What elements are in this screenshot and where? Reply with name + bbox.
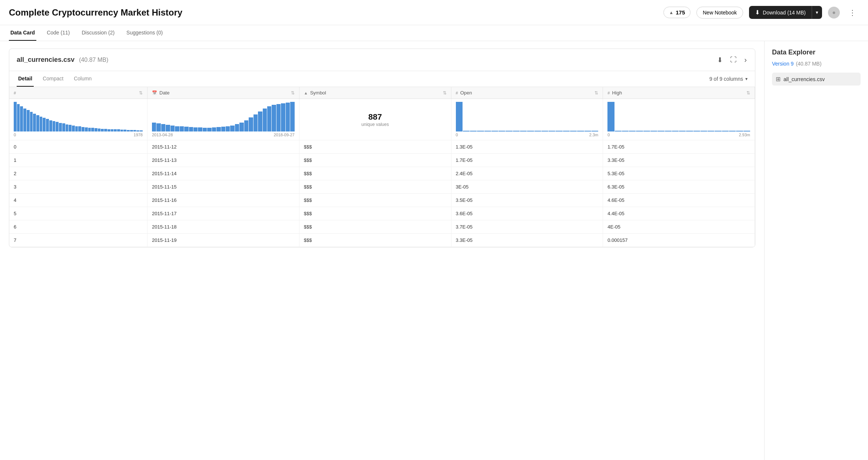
vote-arrow-icon: ▲ bbox=[669, 10, 673, 15]
unique-count: 887 bbox=[299, 112, 451, 122]
cell-symbol: $$$ bbox=[299, 167, 451, 180]
col-date-label: Date bbox=[159, 90, 169, 96]
expand-button[interactable]: › bbox=[743, 55, 748, 65]
tab-detail[interactable]: Detail bbox=[17, 71, 34, 87]
tab-data-card[interactable]: Data Card bbox=[9, 25, 36, 41]
cell-high: 5.3E-05 bbox=[603, 167, 755, 180]
vote-count: 175 bbox=[676, 9, 685, 16]
cell-date: 2015-11-18 bbox=[148, 220, 299, 234]
cell-open: 2.4E-05 bbox=[451, 167, 603, 180]
unique-label: unique values bbox=[299, 122, 451, 127]
tab-discussion[interactable]: Discussion (2) bbox=[80, 25, 116, 41]
cell-high: 1.7E-05 bbox=[603, 140, 755, 154]
cell-open: 3E-05 bbox=[451, 180, 603, 194]
spindle-open-max: 2.3m bbox=[589, 133, 598, 137]
table-row: 52015-11-17$$$3.6E-054.4E-05 bbox=[9, 207, 755, 220]
sidebar-title: Data Explorer bbox=[772, 49, 861, 56]
cell-open: 3.5E-05 bbox=[451, 194, 603, 207]
download-file-icon: ⬇ bbox=[717, 56, 723, 64]
cell-index: 3 bbox=[9, 180, 148, 194]
cell-open: 3.6E-05 bbox=[451, 207, 603, 220]
sort-date-button[interactable]: ⇅ bbox=[291, 90, 295, 96]
cell-open: 3.7E-05 bbox=[451, 220, 603, 234]
cell-symbol: $$$ bbox=[299, 234, 451, 247]
col-high-label: High bbox=[612, 90, 622, 96]
sidebar: Data Explorer Version 9 (40.87 MB) ⊞ all… bbox=[764, 41, 868, 460]
cell-symbol: $$$ bbox=[299, 194, 451, 207]
col-open-label: Open bbox=[460, 90, 472, 96]
columns-selector[interactable]: 9 of 9 columns ▾ bbox=[709, 76, 748, 82]
sort-symbol-button[interactable]: ⇅ bbox=[443, 90, 447, 96]
sidebar-version: Version 9 (40.87 MB) bbox=[772, 61, 861, 67]
cell-symbol: $$$ bbox=[299, 180, 451, 194]
table-row: 62015-11-18$$$3.7E-054E-05 bbox=[9, 220, 755, 234]
hist-index-max: 1978 bbox=[134, 133, 143, 137]
tab-suggestions[interactable]: Suggestions (0) bbox=[125, 25, 164, 41]
sidebar-file-name: all_currencies.csv bbox=[783, 76, 825, 82]
cell-symbol: $$$ bbox=[299, 220, 451, 234]
data-table: # ⇅ 📅 Date bbox=[9, 87, 755, 247]
download-file-button[interactable]: ⬇ bbox=[716, 55, 723, 65]
cell-date: 2015-11-12 bbox=[148, 140, 299, 154]
histogram-row: 0 1978 2013-04-28 2 bbox=[9, 99, 755, 140]
col-header-index: # ⇅ bbox=[9, 87, 148, 99]
new-notebook-button[interactable]: New Notebook bbox=[696, 7, 743, 19]
histogram-index: 0 1978 bbox=[9, 99, 148, 140]
spindle-high-min: 0 bbox=[607, 133, 610, 137]
cell-high: 4E-05 bbox=[603, 220, 755, 234]
cell-high: 0.000157 bbox=[603, 234, 755, 247]
index-type-icon: # bbox=[14, 91, 16, 95]
columns-selector-label: 9 of 9 columns bbox=[709, 76, 743, 82]
tab-compact[interactable]: Compact bbox=[41, 71, 65, 87]
cell-high: 3.3E-05 bbox=[603, 154, 755, 167]
table-row: 02015-11-12$$$1.3E-051.7E-05 bbox=[9, 140, 755, 154]
histogram-open: 0 2.3m bbox=[451, 99, 603, 140]
cell-high: 4.6E-05 bbox=[603, 194, 755, 207]
cell-symbol: $$$ bbox=[299, 207, 451, 220]
unique-values-cell: 887 unique values bbox=[299, 99, 451, 140]
sort-index-button[interactable]: ⇅ bbox=[139, 90, 143, 96]
main-tabs: Data Card Code (11) Discussion (2) Sugge… bbox=[0, 25, 868, 41]
cell-index: 1 bbox=[9, 154, 148, 167]
file-size: (40.87 MB) bbox=[79, 57, 108, 63]
fullscreen-button[interactable]: ⛶ bbox=[729, 55, 738, 64]
content-area: all_currencies.csv (40.87 MB) ⬇ ⛶ › bbox=[0, 41, 764, 460]
spindle-high-max: 2.93m bbox=[739, 133, 750, 137]
avatar-button[interactable]: ● bbox=[828, 7, 840, 19]
sort-open-button[interactable]: ⇅ bbox=[594, 90, 598, 96]
header: Complete Cryptocurrency Market History ▲… bbox=[0, 0, 868, 25]
cell-index: 2 bbox=[9, 167, 148, 180]
sidebar-version-link[interactable]: Version 9 bbox=[772, 61, 794, 67]
download-icon: ⬇ bbox=[755, 9, 760, 16]
cell-index: 5 bbox=[9, 207, 148, 220]
table-row: 42015-11-16$$$3.5E-054.6E-05 bbox=[9, 194, 755, 207]
col-header-date: 📅 Date ⇅ bbox=[148, 87, 299, 99]
more-options-button[interactable]: ⋮ bbox=[846, 7, 859, 19]
download-label: Download (14 MB) bbox=[763, 10, 806, 16]
table-row: 72015-11-19$$$3.3E-050.000157 bbox=[9, 234, 755, 247]
sidebar-file-item[interactable]: ⊞ all_currencies.csv bbox=[772, 73, 861, 86]
columns-chevron-icon: ▾ bbox=[745, 76, 748, 81]
sort-high-button[interactable]: ⇅ bbox=[746, 90, 750, 96]
table-header-row: # ⇅ 📅 Date bbox=[9, 87, 755, 99]
download-button-group: ⬇ Download (14 MB) ▾ bbox=[749, 6, 822, 19]
tab-column[interactable]: Column bbox=[72, 71, 93, 87]
table-icon: ⊞ bbox=[776, 76, 781, 83]
file-header-actions: ⬇ ⛶ › bbox=[716, 55, 748, 65]
hist-index-min: 0 bbox=[14, 133, 16, 137]
vote-button[interactable]: ▲ 175 bbox=[663, 7, 690, 18]
cell-date: 2015-11-15 bbox=[148, 180, 299, 194]
table-row: 12015-11-13$$$1.7E-053.3E-05 bbox=[9, 154, 755, 167]
hist-date-max: 2018-09-27 bbox=[274, 133, 294, 137]
more-icon: ⋮ bbox=[849, 9, 856, 17]
file-name: all_currencies.csv bbox=[17, 56, 74, 64]
sidebar-version-size: (40.87 MB) bbox=[796, 61, 821, 67]
date-type-icon: 📅 bbox=[152, 90, 157, 95]
col-header-high: # High ⇅ bbox=[603, 87, 755, 99]
table-row: 32015-11-15$$$3E-056.3E-05 bbox=[9, 180, 755, 194]
download-main-button[interactable]: ⬇ Download (14 MB) bbox=[749, 6, 812, 19]
tab-code[interactable]: Code (11) bbox=[45, 25, 71, 41]
cell-date: 2015-11-19 bbox=[148, 234, 299, 247]
download-dropdown-button[interactable]: ▾ bbox=[812, 6, 822, 19]
symbol-type-icon: ▲ bbox=[304, 91, 308, 95]
